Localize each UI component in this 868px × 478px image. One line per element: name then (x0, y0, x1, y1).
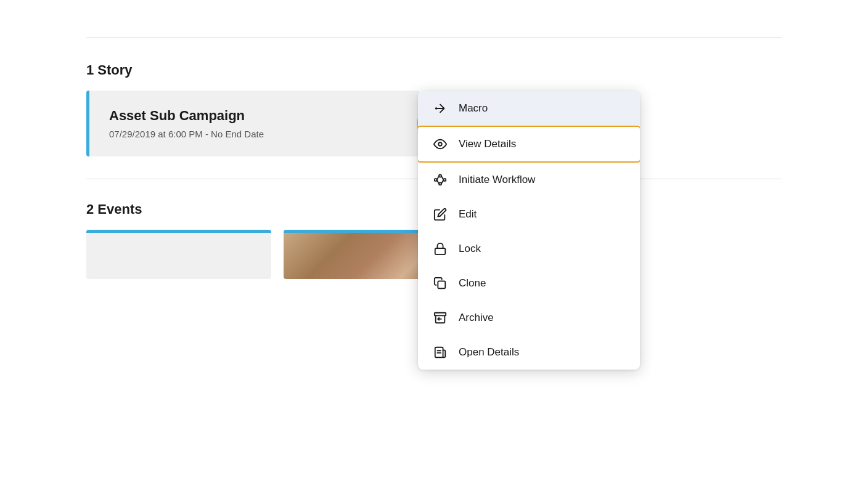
menu-item-view-details-label: View Details (459, 138, 516, 150)
menu-item-clone-label: Clone (459, 277, 486, 290)
svg-point-1 (435, 107, 438, 110)
menu-item-lock[interactable]: Lock (418, 232, 640, 266)
section-1-header: 1 Story (86, 62, 782, 78)
context-menu: Macro View Details (418, 91, 640, 370)
menu-item-initiate-workflow[interactable]: Initiate Workflow (418, 163, 640, 197)
menu-item-archive-label: Archive (459, 312, 494, 324)
svg-line-10 (441, 180, 444, 184)
open-details-icon (433, 345, 448, 360)
top-divider (86, 37, 782, 38)
lock-icon (433, 241, 448, 256)
eye-icon (433, 137, 448, 152)
menu-item-open-details[interactable]: Open Details (418, 335, 640, 370)
menu-item-edit-label: Edit (459, 208, 477, 221)
menu-item-archive[interactable]: Archive (418, 301, 640, 335)
svg-line-8 (437, 180, 440, 184)
story-card-subtitle: 07/29/2019 at 6:00 PM - No End Date (109, 129, 399, 139)
menu-item-initiate-workflow-label: Initiate Workflow (459, 174, 535, 186)
story-card-title: Asset Sub Campaign (109, 108, 399, 124)
svg-line-9 (441, 176, 444, 180)
macro-icon (433, 101, 448, 116)
menu-item-macro[interactable]: Macro (418, 91, 640, 126)
menu-item-open-details-label: Open Details (459, 346, 519, 358)
edit-icon (433, 207, 448, 222)
event-thumb-1 (86, 230, 271, 279)
menu-item-clone[interactable]: Clone (418, 266, 640, 301)
menu-item-macro-label: Macro (459, 102, 488, 115)
menu-item-edit[interactable]: Edit (418, 197, 640, 232)
svg-rect-12 (438, 281, 445, 288)
svg-rect-13 (435, 313, 446, 316)
svg-point-2 (438, 142, 442, 146)
archive-icon (433, 310, 448, 325)
story-card: Asset Sub Campaign 07/29/2019 at 6:00 PM… (86, 91, 419, 156)
clone-icon (433, 276, 448, 291)
workflow-icon (433, 172, 448, 187)
svg-line-7 (437, 176, 440, 180)
menu-item-view-details[interactable]: View Details (418, 126, 640, 163)
svg-rect-11 (435, 248, 446, 254)
menu-item-lock-label: Lock (459, 243, 481, 255)
